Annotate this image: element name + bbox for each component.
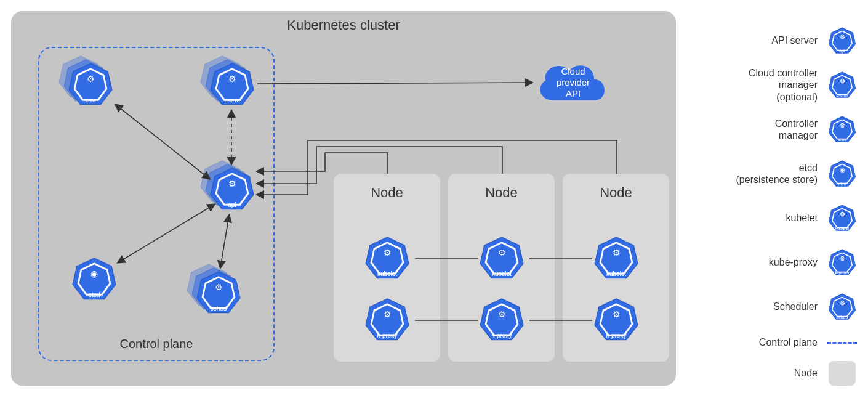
edge-node1-api bbox=[257, 153, 388, 174]
hexagon-icon: ⚙ api bbox=[209, 166, 255, 212]
legend-text: Controllermanager bbox=[775, 118, 818, 141]
legend-text: etcd(persistence store) bbox=[736, 162, 818, 185]
kubelet-component: ⚙ kubelet bbox=[593, 235, 639, 281]
gears-icon: ⚙ bbox=[228, 179, 236, 188]
database-icon: ◉ bbox=[840, 167, 845, 173]
gears-icon: ⚙ bbox=[840, 211, 845, 217]
kubelet-component: ⚙ kubelet bbox=[479, 235, 524, 281]
hexagon-icon: ⚙api bbox=[828, 26, 856, 55]
controller-manager-component: ⚙ c-m bbox=[68, 62, 113, 107]
gears-icon: ⚙ bbox=[840, 256, 845, 262]
gears-icon: ⚙ bbox=[613, 248, 621, 257]
legend-item-controller-manager: Controllermanager ⚙c-m bbox=[698, 107, 858, 152]
gears-icon: ⚙ bbox=[228, 75, 236, 83]
gears-icon: ⚙ bbox=[87, 75, 95, 83]
gears-icon: ⚙ bbox=[384, 310, 392, 319]
cluster-title: Kubernetes cluster bbox=[287, 17, 400, 33]
node-title: Node bbox=[563, 185, 669, 201]
hexagon-icon: ⚙k-proxy bbox=[828, 248, 856, 277]
node-box-icon bbox=[829, 361, 856, 386]
hexagon-icon: ◉etcd bbox=[828, 160, 856, 188]
legend-text: Node bbox=[794, 367, 818, 379]
cloud-label: Cloud provider API bbox=[533, 53, 613, 112]
kube-proxy-component: ⚙ k-proxy bbox=[593, 297, 639, 343]
gears-icon: ⚙ bbox=[384, 248, 392, 257]
scheduler-component: ⚙ sched bbox=[196, 270, 241, 315]
cloud-provider-api: Cloud provider API bbox=[533, 53, 613, 112]
gears-icon: ⚙ bbox=[498, 310, 506, 319]
gears-icon: ⚙ bbox=[840, 34, 845, 40]
legend-text: Control plane bbox=[759, 336, 818, 348]
gears-icon: ⚙ bbox=[840, 78, 845, 84]
node-1: Node ⚙ kubelet ⚙ k-proxy bbox=[334, 174, 440, 362]
legend-item-scheduler: Scheduler ⚙sched bbox=[698, 285, 858, 329]
legend-text: Cloud controllermanager(optional) bbox=[749, 67, 818, 103]
legend-item-control-plane: Control plane bbox=[698, 329, 858, 356]
kube-proxy-component: ⚙ k-proxy bbox=[479, 297, 524, 343]
kubernetes-cluster-region: Kubernetes cluster Control plane ⚙ c-m ⚙… bbox=[11, 11, 676, 386]
node-title: Node bbox=[448, 185, 555, 201]
node-3: Node ⚙ kubelet ⚙ k-proxy bbox=[563, 174, 669, 362]
kube-proxy-component: ⚙ k-proxy bbox=[364, 297, 410, 343]
legend-item-node: Node bbox=[698, 356, 858, 391]
legend-item-etcd: etcd(persistence store) ◉etcd bbox=[698, 152, 858, 196]
node-2: Node ⚙ kubelet ⚙ k-proxy bbox=[448, 174, 555, 362]
hexagon-icon: ⚙c-m bbox=[828, 115, 856, 144]
dashed-line-icon bbox=[827, 342, 857, 344]
kubelet-component: ⚙ kubelet bbox=[364, 235, 410, 281]
legend-item-kube-proxy: kube-proxy ⚙k-proxy bbox=[698, 240, 858, 285]
hexagon-icon: ⚙ c-m bbox=[68, 62, 113, 107]
legend-item-cloud-controller-manager: Cloud controllermanager(optional) ⚙c-c-m bbox=[698, 63, 858, 107]
api-server-component: ⚙ api bbox=[209, 166, 255, 212]
gears-icon: ⚙ bbox=[498, 248, 506, 257]
hexagon-icon: ⚙sched bbox=[828, 293, 856, 321]
gears-icon: ⚙ bbox=[613, 310, 621, 319]
hexagon-icon: ⚙ c-c-m bbox=[209, 62, 255, 107]
legend-text: Scheduler bbox=[773, 301, 818, 312]
control-plane-label: Control plane bbox=[120, 337, 193, 351]
node-title: Node bbox=[334, 185, 440, 201]
legend-item-kubelet: kubelet ⚙kubelet bbox=[698, 196, 858, 240]
legend-text: kubelet bbox=[786, 212, 818, 224]
gears-icon: ⚙ bbox=[215, 283, 223, 291]
database-icon: ◉ bbox=[90, 269, 98, 278]
hexagon-icon: ⚙c-c-m bbox=[828, 71, 856, 99]
hexagon-icon: ⚙ sched bbox=[196, 270, 241, 315]
cloud-controller-manager-component: ⚙ c-c-m bbox=[209, 62, 255, 107]
legend-text: kube-proxy bbox=[769, 256, 818, 268]
edge-ccm-cloud bbox=[257, 83, 532, 84]
legend: API server ⚙api Cloud controllermanager(… bbox=[698, 18, 858, 391]
gears-icon: ⚙ bbox=[840, 123, 845, 129]
gears-icon: ⚙ bbox=[840, 300, 845, 306]
etcd-component: ◉ etcd bbox=[71, 256, 117, 302]
legend-text: API server bbox=[771, 35, 818, 46]
hexagon-icon: ⚙kubelet bbox=[828, 204, 856, 232]
legend-item-api-server: API server ⚙api bbox=[698, 18, 858, 63]
